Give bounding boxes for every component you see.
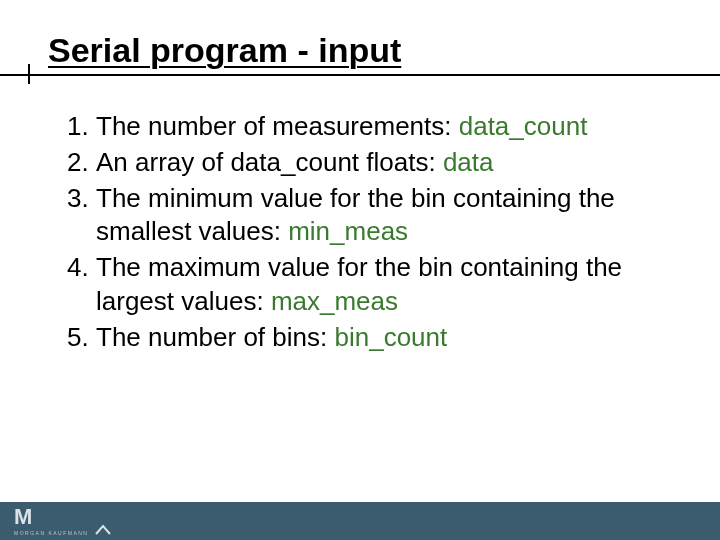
item-text: An array of data_count floats: (96, 147, 443, 177)
item-keyword: min_meas (288, 216, 408, 246)
item-keyword: data_count (459, 111, 588, 141)
footer-bar: M MORGAN KAUFMANN (0, 502, 720, 540)
item-keyword: max_meas (271, 286, 398, 316)
page-title: Serial program - input (48, 31, 401, 70)
title-tick (28, 64, 30, 84)
content-area: The number of measurements: data_count A… (40, 110, 690, 357)
item-text: The number of measurements: (96, 111, 459, 141)
logo-letter: M (14, 506, 88, 528)
list-item: The minimum value for the bin containing… (96, 182, 690, 250)
list-item: The number of bins: bin_count (96, 321, 690, 355)
item-keyword: data (443, 147, 494, 177)
title-band: Serial program - input (0, 20, 720, 76)
list-item: An array of data_count floats: data (96, 146, 690, 180)
publisher-logo: M MORGAN KAUFMANN (14, 506, 112, 536)
slide: Serial program - input The number of mea… (0, 0, 720, 540)
chevron-up-icon (94, 522, 112, 536)
item-text: The number of bins: (96, 322, 334, 352)
input-list: The number of measurements: data_count A… (40, 110, 690, 355)
list-item: The number of measurements: data_count (96, 110, 690, 144)
item-keyword: bin_count (334, 322, 447, 352)
logo-subtext: MORGAN KAUFMANN (14, 530, 88, 536)
list-item: The maximum value for the bin containing… (96, 251, 690, 319)
